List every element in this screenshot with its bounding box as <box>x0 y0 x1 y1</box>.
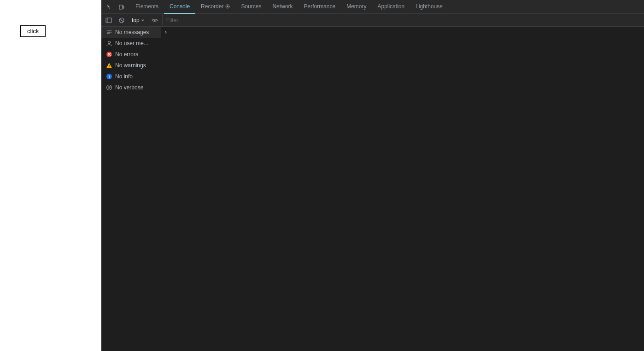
sidebar-item-warnings[interactable]: ! No warnings <box>101 60 161 71</box>
collapse-sidebar-btn[interactable] <box>161 27 170 38</box>
tab-recorder[interactable]: Recorder <box>195 0 235 14</box>
verbose-icon <box>106 84 112 91</box>
svg-line-7 <box>120 19 123 22</box>
sidebar-warnings-label: No warnings <box>115 62 146 69</box>
svg-text:!: ! <box>109 64 110 68</box>
tab-icons <box>101 1 130 12</box>
warning-icon: ! <box>106 62 112 69</box>
tab-lighthouse[interactable]: Lighthouse <box>410 0 448 14</box>
tab-memory[interactable]: Memory <box>341 0 372 14</box>
main-content: No messages No user me... <box>101 27 644 351</box>
devtools-panel: Elements Console Recorder Sources Networ… <box>101 0 644 351</box>
sidebar-messages-label: No messages <box>115 29 149 35</box>
svg-point-8 <box>154 19 155 21</box>
svg-text:i: i <box>109 75 110 79</box>
sidebar-item-user[interactable]: No user me... <box>101 38 161 49</box>
tab-application[interactable]: Application <box>372 0 410 14</box>
messages-icon <box>106 29 112 35</box>
click-button[interactable]: click <box>20 25 46 37</box>
sidebar-item-errors[interactable]: No errors <box>101 49 161 60</box>
console-toolbar: top <box>101 14 644 27</box>
sidebar-user-label: No user me... <box>115 40 148 47</box>
clear-console-btn[interactable] <box>116 15 127 26</box>
sidebar-verbose-label: No verbose <box>115 84 143 91</box>
user-messages-icon <box>106 40 112 47</box>
sidebar-item-info[interactable]: i No info <box>101 71 161 82</box>
svg-rect-4 <box>106 18 111 23</box>
info-icon: i <box>106 73 112 80</box>
svg-rect-1 <box>123 6 124 8</box>
eye-icon-btn[interactable] <box>149 15 160 26</box>
sidebar-item-verbose[interactable]: No verbose <box>101 82 161 93</box>
sidebar-item-messages[interactable]: No messages <box>101 27 161 38</box>
tab-performance[interactable]: Performance <box>298 0 341 14</box>
device-mode-icon[interactable] <box>116 1 127 12</box>
svg-rect-0 <box>119 5 123 9</box>
svg-point-3 <box>227 6 228 7</box>
tab-sources[interactable]: Sources <box>235 0 267 14</box>
context-selector[interactable]: top <box>129 15 147 25</box>
console-sidebar: No messages No user me... <box>101 27 161 351</box>
tab-console[interactable]: Console <box>164 0 195 14</box>
tab-elements[interactable]: Elements <box>130 0 164 14</box>
sidebar-toggle-btn[interactable] <box>103 15 114 26</box>
filter-input[interactable] <box>162 14 642 27</box>
sidebar-info-label: No info <box>115 73 133 80</box>
console-output-area <box>161 27 644 351</box>
tab-network[interactable]: Network <box>267 0 298 14</box>
svg-point-12 <box>108 41 111 44</box>
sidebar-errors-label: No errors <box>115 51 138 58</box>
page-area: click <box>0 0 101 351</box>
inspect-icon[interactable] <box>104 1 115 12</box>
tab-bar: Elements Console Recorder Sources Networ… <box>101 0 644 14</box>
error-icon <box>106 51 112 58</box>
